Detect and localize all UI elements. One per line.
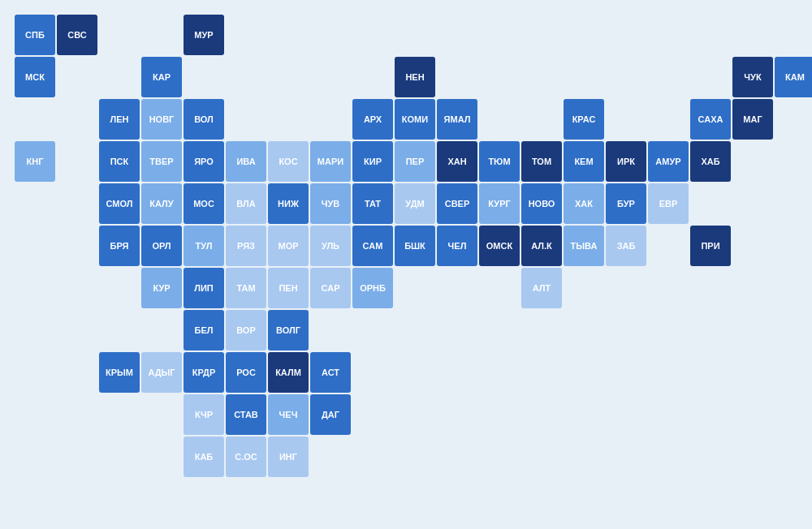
region-alk[interactable]: АЛ.К	[521, 226, 562, 266]
region-kem[interactable]: КЕМ	[564, 141, 604, 182]
region-kalu[interactable]: КАЛУ	[141, 183, 182, 224]
region-arh[interactable]: АРХ	[352, 99, 393, 140]
region-mur[interactable]: МУР	[184, 15, 224, 55]
region-msk[interactable]: МСК	[15, 57, 55, 97]
region-sar[interactable]: САР	[310, 268, 351, 308]
region-evr[interactable]: ЕВР	[648, 183, 689, 224]
region-ing[interactable]: ИНГ	[268, 437, 309, 477]
region-kir[interactable]: КИР	[352, 141, 393, 182]
region-zab[interactable]: ЗАБ	[606, 226, 646, 266]
region-saha[interactable]: САХА	[690, 99, 731, 140]
region-han[interactable]: ХАН	[437, 141, 477, 182]
region-ul[interactable]: УЛЬ	[310, 226, 351, 266]
region-ornb[interactable]: ОРНБ	[352, 268, 393, 308]
region-tum[interactable]: ТЮМ	[479, 141, 520, 182]
region-ros[interactable]: РОС	[226, 352, 266, 393]
region-kch[interactable]: КЧР	[184, 394, 224, 435]
region-svs[interactable]: СВС	[57, 15, 97, 55]
region-tat[interactable]: ТАТ	[352, 183, 393, 224]
region-sos[interactable]: С.ОС	[226, 437, 266, 477]
region-hab[interactable]: ХАБ	[690, 141, 731, 182]
region-bshk[interactable]: БШК	[395, 226, 435, 266]
region-tom[interactable]: ТОМ	[521, 141, 562, 182]
region-tver[interactable]: ТВЕР	[141, 141, 182, 182]
region-chv[interactable]: ЧУВ	[310, 183, 351, 224]
region-chel[interactable]: ЧЕЛ	[437, 226, 477, 266]
region-len[interactable]: ЛЕН	[99, 99, 140, 140]
region-alt[interactable]: АЛТ	[521, 268, 562, 308]
region-yaro[interactable]: ЯРО	[184, 141, 224, 182]
region-kras[interactable]: КРАС	[564, 99, 604, 140]
region-dag[interactable]: ДАГ	[310, 394, 351, 435]
region-krdr[interactable]: КРДР	[184, 352, 224, 393]
region-vla[interactable]: ВЛА	[226, 183, 266, 224]
region-novg[interactable]: НОВГ	[141, 99, 182, 140]
region-ryaz[interactable]: РЯЗ	[226, 226, 266, 266]
region-udm[interactable]: УДМ	[395, 183, 435, 224]
region-orl[interactable]: ОРЛ	[141, 226, 182, 266]
region-smol[interactable]: СМОЛ	[99, 183, 140, 224]
region-per[interactable]: ПЕР	[395, 141, 435, 182]
region-bur[interactable]: БУР	[606, 183, 646, 224]
region-kalm[interactable]: КАЛМ	[268, 352, 309, 393]
region-sam[interactable]: САМ	[352, 226, 393, 266]
region-amur[interactable]: АМУР	[648, 141, 689, 182]
region-kos[interactable]: КОС	[268, 141, 309, 182]
region-bry[interactable]: БРЯ	[99, 226, 140, 266]
region-sver[interactable]: СВЕР	[437, 183, 477, 224]
region-tul[interactable]: ТУЛ	[184, 226, 224, 266]
region-psk[interactable]: ПСК	[99, 141, 140, 182]
region-vor[interactable]: ВОР	[226, 310, 266, 351]
russia-map: СПБСВСМУРМСККАРНЕНЧУККАМЛЕННОВГВОЛАРХКОМ…	[0, 0, 812, 529]
region-vol[interactable]: ВОЛ	[184, 99, 224, 140]
region-mari[interactable]: МАРИ	[310, 141, 351, 182]
region-kur[interactable]: КУР	[141, 268, 182, 308]
region-mor[interactable]: МОР	[268, 226, 309, 266]
region-volg[interactable]: ВОЛГ	[268, 310, 309, 351]
region-ast[interactable]: АСТ	[310, 352, 351, 393]
region-kar[interactable]: КАР	[141, 57, 182, 97]
region-nen[interactable]: НЕН	[395, 57, 435, 97]
region-komi[interactable]: КОМИ	[395, 99, 435, 140]
region-chch[interactable]: ЧЕЧ	[268, 394, 309, 435]
region-kab[interactable]: КАБ	[184, 437, 224, 477]
region-mos[interactable]: МОС	[184, 183, 224, 224]
region-kng[interactable]: КНГ	[15, 141, 55, 182]
region-bel[interactable]: БЕЛ	[184, 310, 224, 351]
region-hak[interactable]: ХАК	[564, 183, 604, 224]
region-tyva[interactable]: ТЫВА	[564, 226, 604, 266]
region-krm[interactable]: КРЫМ	[99, 352, 140, 393]
region-nizh[interactable]: НИЖ	[268, 183, 309, 224]
region-irk[interactable]: ИРК	[606, 141, 646, 182]
region-omsk[interactable]: ОМСК	[479, 226, 520, 266]
region-novo[interactable]: НОВО	[521, 183, 562, 224]
region-iva[interactable]: ИВА	[226, 141, 266, 182]
region-adyg[interactable]: АДЫГ	[141, 352, 182, 393]
region-pen[interactable]: ПЕН	[268, 268, 309, 308]
region-tam[interactable]: ТАМ	[226, 268, 266, 308]
region-spb[interactable]: СПБ	[15, 15, 55, 55]
region-chuk[interactable]: ЧУК	[732, 57, 773, 97]
region-kurg[interactable]: КУРГ	[479, 183, 520, 224]
region-kam[interactable]: КАМ	[775, 57, 812, 97]
region-stav[interactable]: СТАВ	[226, 394, 266, 435]
region-mag[interactable]: МАГ	[732, 99, 773, 140]
region-pri[interactable]: ПРИ	[690, 226, 731, 266]
region-yamal[interactable]: ЯМАЛ	[437, 99, 477, 140]
region-lip[interactable]: ЛИП	[184, 268, 224, 308]
